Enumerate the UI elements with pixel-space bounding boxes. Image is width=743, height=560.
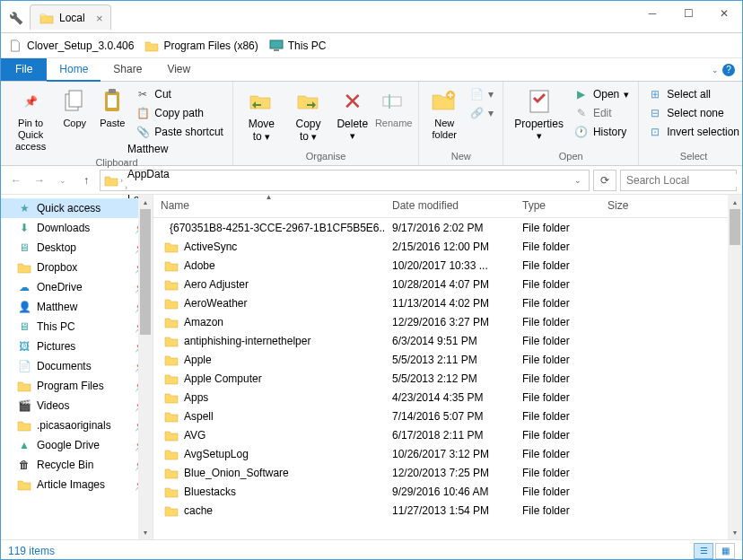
folder-icon	[39, 12, 54, 24]
file-row[interactable]: {670351B8-4251-3CCE-2967-1B1CF5B5E6...9/…	[153, 218, 742, 237]
select-all-button[interactable]: ⊞Select all	[644, 85, 743, 103]
move-to-button[interactable]: Move to ▾	[239, 85, 284, 145]
nav-item[interactable]: 🖥This PC📌	[1, 317, 153, 337]
nav-item[interactable]: 👤Matthew📌	[1, 297, 153, 317]
paste-button[interactable]: Paste	[94, 85, 130, 131]
details-view-button[interactable]: ☰	[694, 543, 713, 559]
nav-item[interactable]: Program Files📌	[1, 376, 153, 396]
wrench-icon[interactable]	[6, 8, 24, 26]
folder-icon	[104, 174, 118, 187]
bookmark-bar: Clover_Setup_3.0.406Program Files (x86)T…	[1, 33, 742, 58]
home-tab[interactable]: Home	[47, 58, 101, 82]
search-box[interactable]: 🔍	[620, 170, 737, 191]
nav-item[interactable]: 🗑Recycle Bin📌	[1, 455, 153, 475]
nav-item[interactable]: 🖥Desktop📌	[1, 238, 153, 258]
copy-button[interactable]: Copy	[57, 85, 92, 131]
list-scrollbar[interactable]: ▴ ▾	[728, 195, 742, 539]
file-row[interactable]: Apple5/5/2013 2:11 PMFile folder	[153, 350, 742, 369]
nav-item[interactable]: Dropbox📌	[1, 258, 153, 277]
svg-rect-7	[383, 97, 401, 106]
share-tab[interactable]: Share	[101, 58, 154, 81]
file-tab[interactable]: File	[1, 58, 47, 81]
minimize-button[interactable]: ─	[634, 1, 670, 26]
file-row[interactable]: ActiveSync2/15/2016 12:00 PMFile folder	[153, 237, 742, 256]
refresh-button[interactable]: ⟳	[593, 170, 616, 191]
view-tab[interactable]: View	[154, 58, 203, 81]
nav-item[interactable]: Article Images📌	[1, 475, 153, 494]
file-row[interactable]: AeroWeather11/13/2014 4:02 PMFile folder	[153, 293, 742, 312]
folder-icon	[164, 391, 179, 404]
edit-button[interactable]: ✎Edit	[571, 104, 633, 122]
nav-item[interactable]: .picasaoriginals📌	[1, 416, 153, 435]
nav-item[interactable]: 📄Documents📌	[1, 356, 153, 376]
properties-button[interactable]: Properties ▾	[509, 85, 569, 144]
file-row[interactable]: Adobe10/20/2017 10:33 ...File folder	[153, 256, 742, 275]
column-date[interactable]: Date modified	[385, 195, 515, 217]
file-row[interactable]: Blue_Onion_Software12/20/2013 7:25 PMFil…	[153, 463, 742, 482]
copy-to-button[interactable]: Copy to ▾	[286, 85, 331, 145]
scroll-thumb[interactable]	[140, 209, 151, 335]
up-button[interactable]: ↑	[76, 171, 96, 190]
address-dropdown[interactable]: ⌄	[571, 176, 585, 185]
maximize-button[interactable]: ☐	[670, 1, 706, 26]
svg-rect-3	[69, 91, 82, 107]
column-type[interactable]: Type	[515, 195, 600, 217]
breadcrumb-box[interactable]: › Matthew›AppData›Local› ⌄	[100, 170, 590, 191]
open-button[interactable]: ▶Open ▾	[571, 85, 633, 103]
pin-quick-access-button[interactable]: 📌Pin to Quick access	[6, 85, 55, 155]
sort-indicator: ▲	[266, 193, 273, 201]
file-row[interactable]: Apple Computer5/5/2013 2:12 PMFile folde…	[153, 369, 742, 388]
item-count: 119 items	[8, 545, 55, 557]
bookmark-item[interactable]: Program Files (x86)	[144, 39, 258, 52]
copy-path-button[interactable]: 📋Copy path	[132, 104, 227, 122]
easy-access-button[interactable]: 🔗▾	[466, 104, 497, 122]
file-row[interactable]: Aero Adjuster10/28/2014 4:07 PMFile fold…	[153, 275, 742, 293]
nav-item[interactable]: ★Quick access	[1, 198, 153, 218]
delete-button[interactable]: ✕Delete ▾	[332, 85, 372, 144]
ribbon-tabs: File Home Share View ⌄?	[1, 58, 742, 82]
ribbon-collapse[interactable]: ⌄?	[704, 58, 742, 81]
nav-scrollbar[interactable]: ▴ ▾	[138, 195, 153, 539]
scroll-thumb[interactable]	[730, 209, 740, 245]
bookmark-item[interactable]: This PC	[269, 39, 327, 52]
title-bar: Local × ─ ☐ ✕	[1, 1, 742, 33]
file-row[interactable]: AvgSetupLog10/26/2017 3:12 PMFile folder	[153, 444, 742, 463]
nav-item[interactable]: 🎬Videos📌	[1, 396, 153, 416]
file-row[interactable]: AVG6/17/2018 2:11 PMFile folder	[153, 425, 742, 444]
file-row[interactable]: Apps4/23/2014 4:35 PMFile folder	[153, 388, 742, 407]
file-row[interactable]: cache11/27/2013 1:54 PMFile folder	[153, 501, 742, 520]
icons-view-button[interactable]: ▦	[715, 543, 735, 559]
close-button[interactable]: ✕	[706, 1, 742, 26]
invert-selection-button[interactable]: ⊡Invert selection	[644, 123, 743, 141]
new-folder-button[interactable]: New folder	[424, 85, 464, 143]
file-row[interactable]: antiphishing-internethelper6/3/2014 9:51…	[153, 331, 742, 350]
nav-item[interactable]: ▲Google Drive📌	[1, 435, 153, 455]
bookmark-item[interactable]: Clover_Setup_3.0.406	[8, 39, 134, 52]
paste-shortcut-button[interactable]: 📎Paste shortcut	[132, 123, 227, 141]
svg-rect-1	[274, 49, 279, 51]
breadcrumb-segment[interactable]: AppData	[125, 168, 172, 180]
close-icon[interactable]: ×	[96, 12, 103, 25]
nav-item[interactable]: 🖼Pictures📌	[1, 337, 153, 356]
select-none-button[interactable]: ⊟Select none	[644, 104, 743, 122]
forward-button[interactable]: →	[30, 171, 49, 190]
file-row[interactable]: Amazon12/29/2016 3:27 PMFile folder	[153, 312, 742, 331]
new-item-button[interactable]: 📄▾	[466, 85, 497, 103]
history-button[interactable]: 🕐History	[571, 123, 633, 141]
file-row[interactable]: Aspell7/14/2016 5:07 PMFile folder	[153, 407, 742, 425]
recent-button[interactable]: ⌄	[53, 171, 73, 190]
column-size[interactable]: Size	[600, 195, 672, 217]
folder-icon	[164, 410, 179, 423]
nav-item[interactable]: ⬇Downloads📌	[1, 218, 153, 238]
column-name[interactable]: ▲Name	[153, 195, 385, 217]
navigation-pane: ★Quick access⬇Downloads📌🖥Desktop📌Dropbox…	[1, 195, 153, 539]
search-input[interactable]	[626, 174, 743, 187]
back-button[interactable]: ←	[6, 171, 26, 190]
column-headers: ▲Name Date modified Type Size	[153, 195, 742, 218]
cut-button[interactable]: ✂Cut	[132, 85, 227, 103]
rename-button[interactable]: Rename	[374, 85, 413, 131]
breadcrumb-segment[interactable]: Matthew	[125, 143, 172, 155]
browser-tab[interactable]: Local ×	[30, 4, 111, 30]
nav-item[interactable]: ☁OneDrive📌	[1, 277, 153, 297]
file-row[interactable]: Bluestacks9/29/2016 10:46 AMFile folder	[153, 482, 742, 501]
